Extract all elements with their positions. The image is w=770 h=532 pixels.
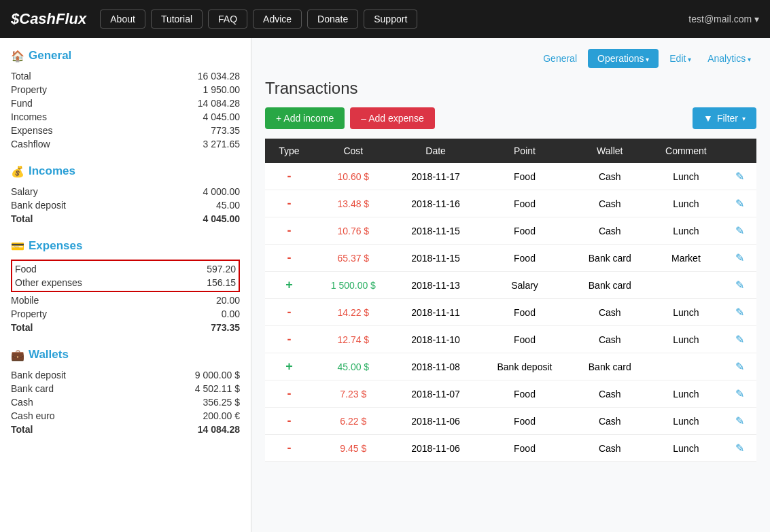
cell-edit[interactable]: ✎ xyxy=(724,353,756,380)
edit-icon[interactable]: ✎ xyxy=(735,198,744,209)
sidebar-wallets-title: 💼 Wallets xyxy=(11,348,240,361)
cell-edit[interactable]: ✎ xyxy=(724,163,756,190)
cell-type: - xyxy=(265,380,313,408)
header: $CashFlux About Tutorial FAQ Advice Dona… xyxy=(0,0,770,38)
cell-date: 2018-11-11 xyxy=(393,299,478,326)
cell-cost: 13.48 $ xyxy=(313,190,393,217)
cell-type: - xyxy=(265,217,313,245)
edit-icon[interactable]: ✎ xyxy=(735,171,744,182)
main-content: General Operations Edit Analytics Transa… xyxy=(251,38,770,532)
cell-type: - xyxy=(265,163,313,190)
cell-type: - xyxy=(265,299,313,326)
nav-tutorial[interactable]: Tutorial xyxy=(151,10,203,29)
cell-comment: Lunch xyxy=(648,190,724,217)
general-total-value: 16 034.28 xyxy=(198,71,240,82)
add-income-button[interactable]: + Add income xyxy=(265,107,345,129)
cell-edit[interactable]: ✎ xyxy=(724,326,756,353)
cell-edit[interactable]: ✎ xyxy=(724,190,756,217)
nav-advice[interactable]: Advice xyxy=(253,10,302,29)
header-left: $CashFlux About Tutorial FAQ Advice Dona… xyxy=(11,10,417,29)
col-point: Point xyxy=(478,139,571,163)
wallet-total-row: Total 14 084.28 xyxy=(11,423,240,436)
type-indicator: - xyxy=(287,251,291,264)
home-icon: 🏠 xyxy=(11,50,24,63)
cell-edit[interactable]: ✎ xyxy=(724,299,756,326)
nav-about[interactable]: About xyxy=(100,10,145,29)
type-indicator: + xyxy=(285,278,293,291)
cell-date: 2018-11-13 xyxy=(393,272,478,299)
incomes-total-label: Total xyxy=(11,213,33,224)
expenses-total-value: 773.35 xyxy=(211,322,240,333)
general-property-row: Property 1 950.00 xyxy=(11,83,240,96)
cell-wallet: Cash xyxy=(571,326,648,353)
nav-support[interactable]: Support xyxy=(364,10,417,29)
edit-icon[interactable]: ✎ xyxy=(735,334,744,345)
cell-edit[interactable]: ✎ xyxy=(724,245,756,272)
cell-edit[interactable]: ✎ xyxy=(724,272,756,299)
wallet-bank-card-label: Bank card xyxy=(11,383,54,394)
wallet-bank-deposit-row: Bank deposit 9 000.00 $ xyxy=(11,368,240,382)
top-nav-analytics[interactable]: Analytics xyxy=(702,50,756,67)
cell-type: + xyxy=(265,353,313,380)
nav-faq[interactable]: FAQ xyxy=(208,10,247,29)
cell-point: Food xyxy=(478,190,571,217)
cell-wallet: Cash xyxy=(571,190,648,217)
cell-point: Food xyxy=(478,380,571,408)
sidebar: 🏠 General Total 16 034.28 Property 1 950… xyxy=(0,38,251,532)
top-nav-edit[interactable]: Edit xyxy=(664,50,697,67)
cell-date: 2018-11-15 xyxy=(393,245,478,272)
cell-type: - xyxy=(265,245,313,272)
type-indicator: - xyxy=(287,387,291,400)
filter-button[interactable]: ▼ Filter xyxy=(693,107,756,129)
edit-icon[interactable]: ✎ xyxy=(735,388,744,400)
logo-text: CashFlux xyxy=(19,10,86,27)
edit-icon[interactable]: ✎ xyxy=(735,415,744,427)
general-fund-label: Fund xyxy=(11,98,33,109)
edit-icon[interactable]: ✎ xyxy=(735,306,744,318)
table-row: - 7.23 $ 2018-11-07 Food Cash Lunch ✎ xyxy=(265,380,756,408)
cell-wallet: Cash xyxy=(571,408,648,435)
cell-comment: Lunch xyxy=(648,326,724,353)
cell-point: Food xyxy=(478,435,571,462)
expenses-food-value: 597.20 xyxy=(207,264,236,274)
wallet-cash-value: 356.25 $ xyxy=(203,397,241,408)
action-left: + Add income – Add expense xyxy=(265,107,435,129)
edit-icon[interactable]: ✎ xyxy=(735,442,744,454)
general-expenses-row: Expenses 773.35 xyxy=(11,124,240,137)
cell-edit[interactable]: ✎ xyxy=(724,217,756,245)
top-nav-operations[interactable]: Operations xyxy=(588,49,659,68)
general-total-label: Total xyxy=(11,71,31,82)
table-row: - 9.45 $ 2018-11-06 Food Cash Lunch ✎ xyxy=(265,435,756,462)
cell-wallet: Cash xyxy=(571,299,648,326)
table-row: + 1 500.00 $ 2018-11-13 Salary Bank card… xyxy=(265,272,756,299)
expenses-mobile-value: 20.00 xyxy=(216,295,240,306)
expenses-other-value: 156.15 xyxy=(207,277,236,288)
cell-edit[interactable]: ✎ xyxy=(724,380,756,408)
table-row: - 10.60 $ 2018-11-17 Food Cash Lunch ✎ xyxy=(265,163,756,190)
wallet-total-value: 14 084.28 xyxy=(198,424,240,435)
general-cashflow-label: Cashflow xyxy=(11,139,50,149)
wallet-cash-label: Cash xyxy=(11,397,33,408)
expenses-other-row: Other expenses 156.15 xyxy=(15,276,236,289)
edit-icon[interactable]: ✎ xyxy=(735,225,744,236)
type-indicator: - xyxy=(287,169,291,183)
edit-icon[interactable]: ✎ xyxy=(735,361,744,372)
edit-icon[interactable]: ✎ xyxy=(735,279,744,291)
edit-icon[interactable]: ✎ xyxy=(735,252,744,264)
cell-point: Bank deposit xyxy=(478,353,571,380)
user-menu[interactable]: test@mail.com xyxy=(688,14,759,24)
cell-wallet: Cash xyxy=(571,217,648,245)
add-expense-button[interactable]: – Add expense xyxy=(350,107,435,129)
cell-comment: Lunch xyxy=(648,380,724,408)
top-nav-general[interactable]: General xyxy=(538,50,582,67)
cell-edit[interactable]: ✎ xyxy=(724,435,756,462)
general-incomes-label: Incomes xyxy=(11,111,47,122)
general-incomes-row: Incomes 4 045.00 xyxy=(11,110,240,124)
table-row: - 10.76 $ 2018-11-15 Food Cash Lunch ✎ xyxy=(265,217,756,245)
cell-cost: 12.74 $ xyxy=(313,326,393,353)
cell-comment: Lunch xyxy=(648,435,724,462)
cell-edit[interactable]: ✎ xyxy=(724,408,756,435)
nav-donate[interactable]: Donate xyxy=(307,10,358,29)
type-indicator: - xyxy=(287,414,291,427)
wallet-cash-row: Cash 356.25 $ xyxy=(11,395,240,409)
